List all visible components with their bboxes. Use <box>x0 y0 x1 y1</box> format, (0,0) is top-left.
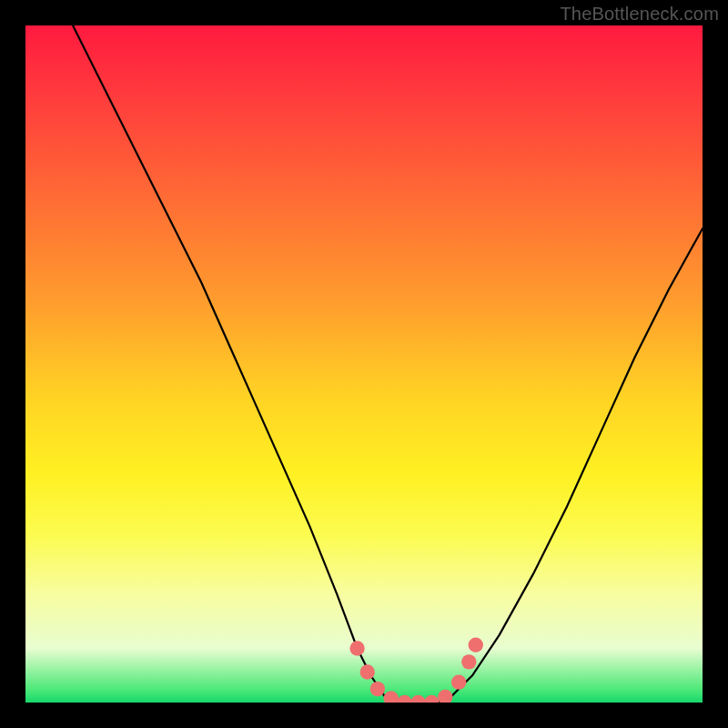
bottleneck-curve <box>73 25 703 703</box>
valley-marker <box>384 691 399 703</box>
valley-marker <box>469 638 483 652</box>
curve-svg <box>25 25 703 703</box>
plot-area <box>25 25 703 703</box>
valley-marker <box>424 695 439 703</box>
valley-marker <box>397 695 411 703</box>
valley-marker <box>461 654 476 669</box>
valley-marker <box>370 682 385 696</box>
watermark-text: TheBottleneck.com <box>560 4 719 25</box>
valley-markers <box>349 638 483 703</box>
valley-marker <box>349 641 364 655</box>
valley-marker <box>438 690 452 703</box>
valley-marker <box>410 695 425 703</box>
chart-frame: TheBottleneck.com <box>0 0 728 728</box>
valley-marker <box>451 675 466 690</box>
valley-marker <box>360 664 375 679</box>
